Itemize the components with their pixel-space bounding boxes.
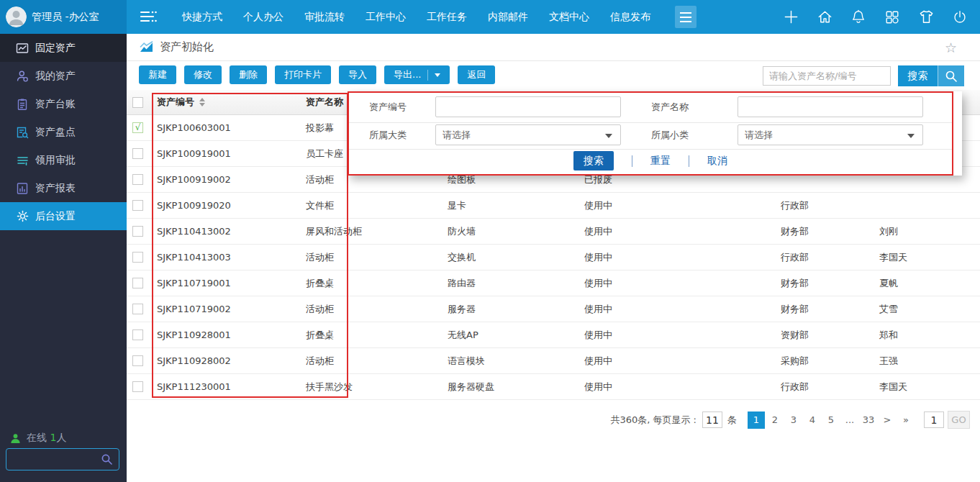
chevron-down-icon: [907, 134, 915, 138]
apps-icon[interactable]: [884, 9, 901, 26]
menu-toggle-button[interactable]: [675, 6, 697, 28]
online-status: 在线 1人: [10, 432, 66, 445]
sidebar-item-资产报表[interactable]: 资产报表: [0, 174, 127, 202]
power-icon[interactable]: [951, 9, 968, 26]
row-checkbox[interactable]: [132, 226, 143, 237]
topnav-item-4[interactable]: 工作任务: [427, 11, 467, 24]
page-button-33[interactable]: 33: [860, 411, 877, 429]
sidebar-item-我的资产[interactable]: 我的资产: [0, 62, 127, 90]
topnav-item-3[interactable]: 工作中心: [366, 11, 406, 24]
nav-collapse-icon[interactable]: [140, 9, 158, 26]
user-block[interactable]: 管理员 -办公室: [0, 0, 127, 34]
topnav-item-2[interactable]: 审批流转: [304, 11, 345, 24]
toolbar: 新建修改删除打印卡片导入导出...返回 搜索: [127, 61, 980, 90]
last-page-button[interactable]: »: [897, 411, 915, 429]
cell-dept: 财务部: [781, 296, 809, 322]
next-page-button[interactable]: >: [879, 411, 896, 429]
toolbar-button-导出[interactable]: 导出...: [384, 65, 450, 84]
cell-dept: 行政部: [781, 374, 809, 399]
bell-icon[interactable]: [850, 9, 867, 26]
advanced-filter-panel: 资产编号 资产名称 所属大类 请选择 所属小类 请选择 搜索 重置 取消: [348, 91, 962, 176]
row-checkbox[interactable]: [132, 148, 143, 159]
top-nav: 快捷方式个人办公审批流转工作中心工作任务内部邮件文档中心信息发布: [182, 0, 650, 34]
toolbar-button-新建[interactable]: 新建: [139, 65, 176, 84]
select-value: 请选择: [443, 129, 471, 140]
topnav-item-1[interactable]: 个人办公: [243, 11, 283, 24]
goto-page-input[interactable]: [924, 411, 944, 428]
topnav-item-5[interactable]: 内部邮件: [488, 11, 528, 24]
toolbar-button-导入[interactable]: 导入: [339, 65, 376, 84]
cell-device: 防火墙: [448, 219, 476, 244]
column-header-asset-id[interactable]: 资产编号: [157, 90, 205, 114]
filter-search-button[interactable]: 搜索: [573, 151, 614, 170]
favorite-star-icon[interactable]: ☆: [945, 40, 957, 55]
toolbar-button-返回[interactable]: 返回: [458, 65, 495, 84]
search-magnifier-icon[interactable]: [938, 65, 964, 86]
sidebar-item-label: 后台设置: [35, 210, 76, 223]
sidebar-search-icon[interactable]: [101, 453, 113, 468]
cell-status: 使用中: [584, 270, 612, 296]
cell-name: 员工卡座: [306, 141, 343, 166]
pagination-total-label: 共360条, 每页显示 :: [610, 414, 697, 427]
sidebar-search-input[interactable]: [11, 450, 96, 469]
sidebar-search-box[interactable]: [6, 448, 119, 470]
sidebar-item-label: 我的资产: [35, 70, 76, 83]
button-label: 导入: [348, 68, 367, 81]
home-icon[interactable]: [816, 9, 833, 26]
asset-search-input[interactable]: [763, 66, 891, 86]
filter-reset-link[interactable]: 重置: [650, 155, 671, 168]
row-checkbox[interactable]: [132, 200, 143, 211]
filter-major-class-label: 所属大类: [369, 124, 407, 146]
column-header-asset-name[interactable]: 资产名称: [306, 90, 354, 114]
page-size-input[interactable]: [702, 411, 722, 428]
filter-cancel-link[interactable]: 取消: [707, 155, 727, 168]
select-all-checkbox[interactable]: [132, 90, 143, 114]
sidebar-item-label: 资产台账: [35, 98, 76, 111]
topnav-item-6[interactable]: 文档中心: [549, 11, 589, 24]
theme-icon[interactable]: [917, 9, 935, 26]
row-checkbox[interactable]: [132, 252, 143, 263]
cell-device: 交换机: [448, 245, 476, 270]
sidebar-item-固定资产[interactable]: 固定资产: [0, 34, 127, 62]
page-button-1[interactable]: 1: [748, 411, 765, 429]
cell-name: 折叠桌: [306, 322, 334, 347]
filter-major-class-select[interactable]: 请选择: [435, 124, 621, 145]
page-button-2[interactable]: 2: [766, 411, 784, 429]
row-checkbox[interactable]: [132, 381, 143, 392]
sidebar-item-资产台账[interactable]: 资产台账: [0, 90, 127, 118]
page-title-chart-icon: [140, 41, 153, 53]
cell-status: 使用中: [584, 374, 612, 399]
page-button-4[interactable]: 4: [804, 411, 821, 429]
online-label: 在线: [27, 432, 47, 443]
cell-name: 屏风和活动柜: [306, 219, 362, 244]
plus-icon[interactable]: [782, 9, 799, 26]
sidebar-item-后台设置[interactable]: 后台设置: [0, 202, 127, 230]
search-button[interactable]: 搜索: [898, 65, 964, 86]
cell-dept: 行政部: [781, 193, 809, 218]
filter-minor-class-label: 所属小类: [651, 124, 689, 146]
sort-icon[interactable]: [199, 98, 205, 106]
sidebar-item-领用审批[interactable]: 领用审批: [0, 146, 127, 174]
filter-asset-id-input[interactable]: [435, 96, 621, 117]
sidebar-item-资产盘点[interactable]: 资产盘点: [0, 118, 127, 146]
filter-minor-class-select[interactable]: 请选择: [738, 124, 923, 145]
row-checkbox[interactable]: [132, 355, 143, 366]
row-checkbox[interactable]: √: [132, 122, 143, 133]
search-button-label[interactable]: 搜索: [898, 65, 938, 86]
toolbar-button-修改[interactable]: 修改: [184, 65, 222, 84]
row-checkbox[interactable]: [132, 174, 143, 185]
toolbar-button-删除[interactable]: 删除: [230, 65, 267, 84]
go-button[interactable]: GO: [948, 411, 970, 429]
topnav-item-0[interactable]: 快捷方式: [182, 11, 222, 24]
button-label: 修改: [194, 68, 212, 81]
row-checkbox[interactable]: [132, 304, 143, 314]
select-value: 请选择: [745, 129, 773, 140]
filter-asset-name-input[interactable]: [738, 96, 923, 117]
row-checkbox[interactable]: [132, 329, 143, 340]
cell-status: 使用中: [584, 348, 612, 373]
toolbar-button-打印卡片[interactable]: 打印卡片: [275, 65, 331, 84]
topnav-item-7[interactable]: 信息发布: [610, 11, 650, 24]
page-button-5[interactable]: 5: [822, 411, 840, 429]
row-checkbox[interactable]: [132, 278, 143, 288]
page-button-3[interactable]: 3: [785, 411, 802, 429]
